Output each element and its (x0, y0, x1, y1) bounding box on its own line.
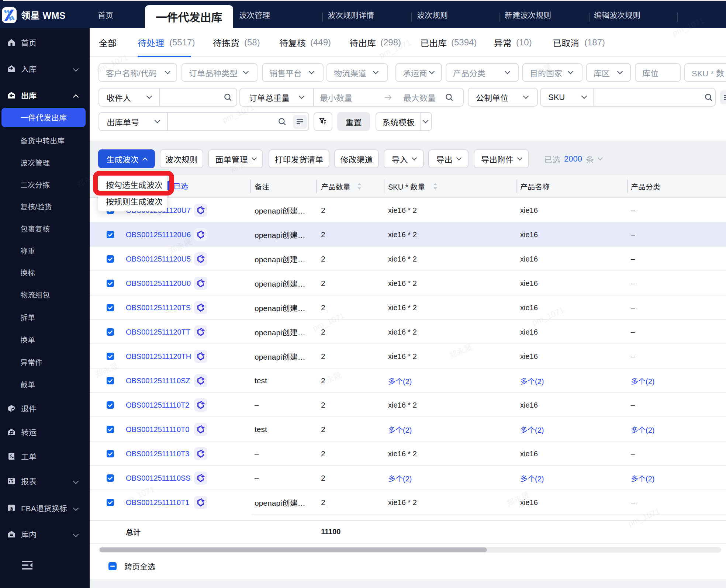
svg-text:a: a (10, 505, 13, 511)
